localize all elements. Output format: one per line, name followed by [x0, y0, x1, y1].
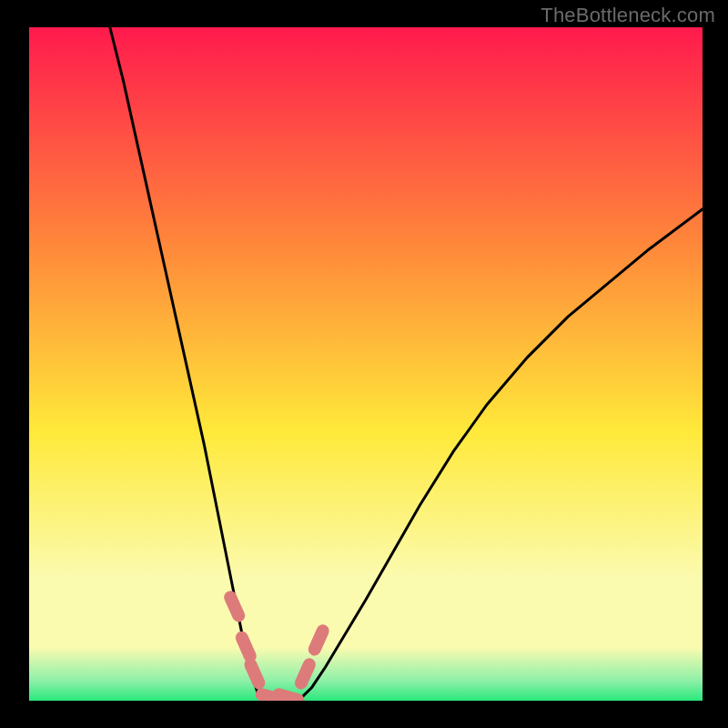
- peak-marker-valley2: [278, 694, 298, 700]
- peak-marker-right-b: [315, 631, 323, 649]
- chart-svg: [29, 27, 703, 701]
- peak-marker-left-b: [242, 638, 250, 656]
- watermark-link[interactable]: TheBottleneck.com: [541, 4, 715, 27]
- chart-container: TheBottleneck.com: [0, 0, 728, 728]
- plot-area: [29, 27, 703, 701]
- peak-marker-left-a: [230, 597, 238, 615]
- peak-marker-left-c: [250, 664, 258, 682]
- peak-marker-right-a: [301, 664, 309, 682]
